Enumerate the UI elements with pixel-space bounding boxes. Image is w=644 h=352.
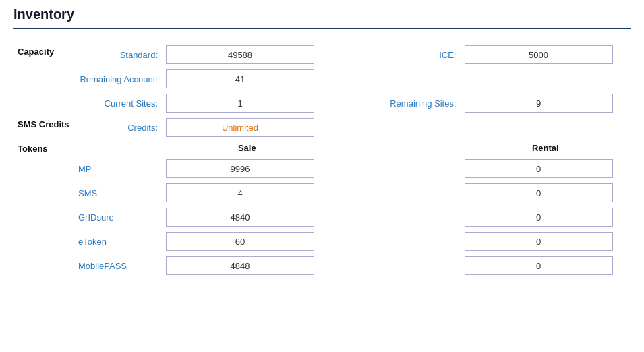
credits-label: Credits: bbox=[74, 115, 162, 140]
table-row: eToken bbox=[13, 229, 631, 254]
token-rental-3[interactable] bbox=[465, 232, 613, 251]
ice-label: ICE: bbox=[373, 42, 461, 67]
sale-header: Sale bbox=[162, 140, 332, 156]
token-rental-2[interactable] bbox=[465, 208, 613, 227]
standard-input[interactable] bbox=[166, 45, 314, 64]
token-name-4: MobilePASS bbox=[74, 254, 162, 278]
page-title: Inventory bbox=[13, 7, 631, 29]
table-row: GrIDsure bbox=[13, 205, 631, 229]
token-sale-1[interactable] bbox=[166, 183, 314, 202]
remaining-sites-label: Remaining Sites: bbox=[373, 91, 461, 115]
token-name-1: SMS bbox=[74, 181, 162, 205]
table-row: SMS bbox=[13, 181, 631, 205]
remaining-account-label: Remaining Account: bbox=[74, 67, 162, 91]
ice-input[interactable] bbox=[465, 45, 613, 64]
token-name-3: eToken bbox=[74, 229, 162, 254]
standard-label: Standard: bbox=[74, 42, 162, 67]
remaining-account-input[interactable] bbox=[166, 69, 314, 88]
token-sale-0[interactable] bbox=[166, 159, 314, 178]
token-rental-4[interactable] bbox=[465, 256, 613, 275]
credits-input[interactable] bbox=[166, 118, 314, 137]
sms-credits-section-label: SMS Credits bbox=[13, 115, 74, 140]
token-rental-0[interactable] bbox=[465, 159, 613, 178]
capacity-section-label: Capacity bbox=[13, 42, 74, 115]
current-sites-label: Current Sites: bbox=[74, 91, 162, 115]
tokens-section-label: Tokens bbox=[13, 140, 74, 156]
current-sites-input[interactable] bbox=[166, 94, 314, 113]
remaining-sites-input[interactable] bbox=[465, 94, 613, 113]
token-sale-3[interactable] bbox=[166, 232, 314, 251]
table-row: MP bbox=[13, 156, 631, 181]
token-rental-1[interactable] bbox=[465, 183, 613, 202]
token-name-0: MP bbox=[74, 156, 162, 181]
rental-header: Rental bbox=[461, 140, 631, 156]
token-sale-2[interactable] bbox=[166, 208, 314, 227]
token-name-2: GrIDsure bbox=[74, 205, 162, 229]
token-sale-4[interactable] bbox=[166, 256, 314, 275]
table-row: MobilePASS bbox=[13, 254, 631, 278]
